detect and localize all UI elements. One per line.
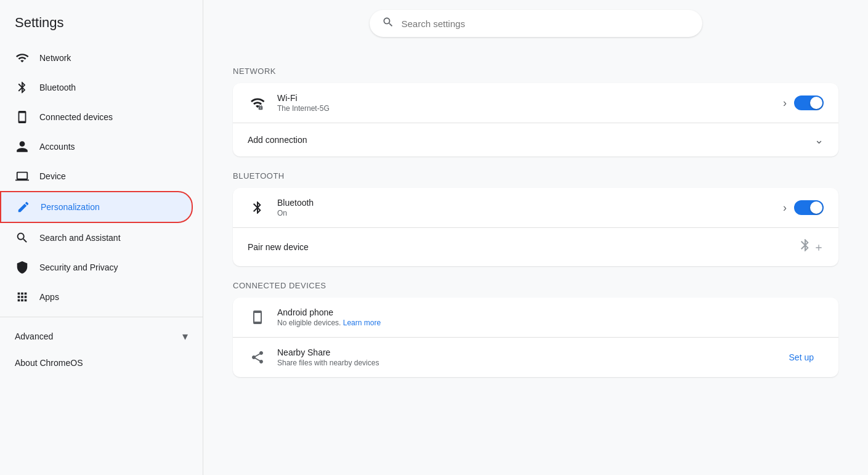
search-bar [370, 10, 702, 37]
android-phone-subtitle: No eligible devices. Learn more [277, 319, 824, 327]
connected-devices-card: Android phone No eligible devices. Learn… [233, 298, 838, 377]
bluetooth-card-text: Bluetooth On [277, 198, 773, 217]
bluetooth-card-actions: › [783, 200, 824, 215]
sidebar-item-device[interactable]: Device [0, 161, 193, 191]
wifi-row[interactable]: Wi-Fi The Internet-5G › [233, 83, 838, 123]
bluetooth-title: Bluetooth [277, 198, 773, 208]
search-icon [382, 16, 394, 31]
network-section-title: Network [233, 67, 838, 76]
sidebar-network-label: Network [39, 53, 71, 63]
network-section: Network Wi-Fi The Internet-5G › [233, 67, 838, 156]
sidebar-advanced-left: Advanced [15, 331, 53, 341]
sidebar-about-label: About ChromeOS [15, 358, 83, 368]
wifi-card-icon [248, 93, 267, 113]
add-connection-row[interactable]: Add connection ⌄ [233, 123, 838, 156]
bluetooth-section-title: Bluetooth [233, 171, 838, 181]
connected-devices-icon [15, 110, 30, 124]
add-connection-label: Add connection [248, 135, 307, 145]
wifi-card-actions: › [783, 95, 824, 110]
bluetooth-subtitle: On [277, 209, 773, 217]
nearby-share-left: Nearby Share Share files with nearby dev… [248, 347, 379, 367]
sidebar-security-privacy-label: Security and Privacy [39, 262, 118, 272]
search-input[interactable] [402, 18, 690, 29]
sidebar-item-connected-devices[interactable]: Connected devices [0, 102, 193, 132]
security-privacy-icon [15, 260, 30, 275]
apps-icon [15, 290, 30, 304]
personalization-icon [16, 200, 31, 214]
add-connection-chevron: ⌄ [814, 133, 824, 147]
main-content: Network Wi-Fi The Internet-5G › [203, 0, 868, 475]
sidebar-item-personalization[interactable]: Personalization [0, 191, 193, 223]
connected-devices-section-title: Connected devices [233, 281, 838, 290]
nearby-share-text: Nearby Share Share files with nearby dev… [277, 347, 379, 367]
sidebar-item-bluetooth[interactable]: Bluetooth [0, 73, 193, 102]
bluetooth-toggle[interactable] [794, 200, 824, 215]
android-phone-icon [248, 307, 267, 327]
bluetooth-card-icon [248, 198, 267, 217]
device-icon [15, 169, 30, 184]
sidebar-device-label: Device [39, 171, 66, 181]
sidebar-divider [0, 317, 203, 317]
bluetooth-plus-icon [798, 238, 824, 256]
nearby-share-subtitle: Share files with nearby devices [277, 359, 379, 367]
android-phone-title: Android phone [277, 307, 824, 317]
app-title: Settings [0, 10, 203, 43]
setup-button[interactable]: Set up [779, 347, 824, 367]
nearby-share-row[interactable]: Nearby Share Share files with nearby dev… [233, 337, 838, 377]
sidebar-advanced[interactable]: Advanced ▾ [0, 322, 203, 351]
bluetooth-section: Bluetooth Bluetooth On › [233, 171, 838, 266]
chevron-down-icon: ▾ [182, 330, 188, 343]
sidebar-item-security-privacy[interactable]: Security and Privacy [0, 253, 193, 282]
sidebar-search-assistant-label: Search and Assistant [39, 233, 121, 243]
nearby-share-icon [248, 347, 267, 367]
accounts-icon [15, 139, 30, 154]
wifi-chevron: › [783, 97, 787, 110]
pair-new-device-label: Pair new device [248, 242, 309, 252]
pair-new-device-row[interactable]: Pair new device [233, 227, 838, 266]
sidebar: Settings Network Bluetooth Connected dev… [0, 0, 203, 475]
sidebar-bluetooth-label: Bluetooth [39, 83, 76, 92]
network-card: Wi-Fi The Internet-5G › Add connection ⌄ [233, 83, 838, 156]
bluetooth-chevron: › [783, 201, 787, 214]
sidebar-item-network[interactable]: Network [0, 43, 193, 73]
android-phone-subtitle-text: No eligible devices. [277, 319, 341, 327]
learn-more-link[interactable]: Learn more [343, 319, 381, 327]
sidebar-advanced-label: Advanced [15, 331, 53, 341]
wifi-title: Wi-Fi [277, 93, 773, 103]
search-bar-container [233, 0, 838, 52]
sidebar-apps-label: Apps [39, 292, 59, 302]
search-assistant-icon [15, 230, 30, 245]
android-phone-text: Android phone No eligible devices. Learn… [277, 307, 824, 327]
nearby-share-title: Nearby Share [277, 347, 379, 357]
wifi-subtitle: The Internet-5G [277, 104, 773, 113]
sidebar-item-apps[interactable]: Apps [0, 282, 193, 312]
wifi-card-text: Wi-Fi The Internet-5G [277, 93, 773, 113]
bluetooth-row[interactable]: Bluetooth On › [233, 188, 838, 227]
wifi-icon [15, 51, 30, 65]
bluetooth-card: Bluetooth On › Pair new device [233, 188, 838, 266]
sidebar-item-accounts[interactable]: Accounts [0, 132, 193, 161]
sidebar-personalization-label: Personalization [41, 202, 100, 212]
bluetooth-icon [15, 80, 30, 95]
sidebar-connected-devices-label: Connected devices [39, 112, 113, 122]
connected-devices-section: Connected devices Android phone No eligi… [233, 281, 838, 377]
wifi-toggle[interactable] [794, 95, 824, 110]
sidebar-about[interactable]: About ChromeOS [0, 351, 203, 375]
android-phone-row[interactable]: Android phone No eligible devices. Learn… [233, 298, 838, 337]
sidebar-accounts-label: Accounts [39, 142, 75, 152]
sidebar-item-search-assistant[interactable]: Search and Assistant [0, 223, 193, 253]
